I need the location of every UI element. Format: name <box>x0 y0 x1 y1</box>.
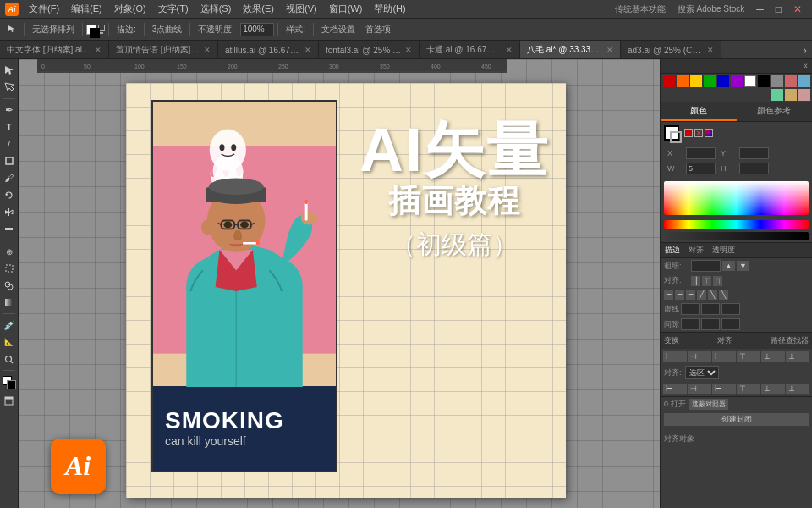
tab-0[interactable]: 中文字体 [归纳案].ai @ 50%... ✕ <box>0 41 109 58</box>
dash-input2[interactable] <box>701 303 720 315</box>
color-swatch-green[interactable] <box>704 75 716 87</box>
dist-right[interactable]: ⊢ <box>712 384 736 394</box>
tool-type[interactable]: T <box>2 119 17 135</box>
tool-paintbrush[interactable]: 🖌 <box>2 170 17 185</box>
cap-square[interactable]: ━ <box>686 290 695 300</box>
tool-rect[interactable] <box>2 153 17 168</box>
tab-6[interactable]: ad3.ai @ 25% (CMYK/GPU... ✕ <box>621 41 721 58</box>
tab-color[interactable]: 颜色 <box>661 102 737 121</box>
color-swatch-lightblue[interactable] <box>798 75 810 87</box>
color-swatch-rose[interactable] <box>798 89 810 101</box>
opacity-input[interactable] <box>240 23 274 36</box>
tab-close-4[interactable]: ✕ <box>506 46 513 54</box>
dist-v-center[interactable]: ⊥ <box>761 384 785 394</box>
fill-color-box[interactable] <box>664 125 679 141</box>
close-btn[interactable]: ✕ <box>788 3 807 15</box>
w-input[interactable] <box>686 163 716 174</box>
tab-scroll-right[interactable]: › <box>798 41 812 58</box>
tool-pen[interactable]: ✒ <box>2 102 17 118</box>
tool-warp[interactable]: ⊕ <box>2 244 17 259</box>
align-outside-btn[interactable]: ⌷ <box>713 276 722 286</box>
tool-width[interactable] <box>2 221 17 236</box>
cap-butt[interactable]: ━ <box>664 290 673 300</box>
color-swatch-white[interactable] <box>744 75 756 87</box>
tab-5[interactable]: 八毛.ai* @ 33.33% (RGB/GPU... ✕ <box>520 41 621 58</box>
stroke-weight-input[interactable] <box>691 260 721 272</box>
stroke-up-btn[interactable]: ▲ <box>722 261 735 271</box>
color-swatch-orange[interactable] <box>677 75 689 87</box>
color-hue-bar[interactable] <box>664 220 809 229</box>
search-stock[interactable]: 搜索 Adobe Stock <box>672 3 749 15</box>
join-bevel[interactable]: ╲ <box>719 290 728 300</box>
tab-close-1[interactable]: ✕ <box>204 46 211 54</box>
tool-eyedropper[interactable]: 💉 <box>2 318 17 333</box>
tab-close-6[interactable]: ✕ <box>707 46 714 54</box>
color-opt-none[interactable]: ✕ <box>694 129 703 137</box>
color-swatch-gray[interactable] <box>771 75 783 87</box>
tab-2[interactable]: atillus.ai @ 16.67% (RGB/G... ✕ <box>218 41 319 58</box>
tool-line[interactable]: / <box>2 136 17 152</box>
menu-text[interactable]: 文字(T) <box>153 3 194 15</box>
color-opt-grad[interactable] <box>705 129 713 137</box>
x-input[interactable] <box>686 147 716 159</box>
menu-object[interactable]: 对象(O) <box>109 3 151 15</box>
panel-collapse[interactable]: « <box>800 61 810 71</box>
cap-round[interactable]: ━ <box>675 290 684 300</box>
dash-input1[interactable] <box>681 303 700 315</box>
create-closed-btn[interactable]: 创建封闭 <box>664 413 809 426</box>
color-swatch-purple[interactable] <box>731 75 743 87</box>
dist-bottom[interactable]: ⊥ <box>786 384 809 394</box>
menu-file[interactable]: 文件(F) <box>24 3 64 15</box>
tab-3[interactable]: fontal3.ai @ 25% (CMYK/GP... ✕ <box>319 41 420 58</box>
tool-select[interactable] <box>2 63 17 78</box>
align-bottom[interactable]: ⊥ <box>786 351 809 362</box>
tab-transform[interactable]: 变换 <box>664 335 679 346</box>
maximize-btn[interactable]: □ <box>771 3 787 15</box>
color-swatch-red[interactable] <box>663 75 675 87</box>
doc-settings[interactable]: 文档设置 <box>317 22 359 37</box>
tool-change-screenmode[interactable] <box>2 393 17 408</box>
ai-big-logo-button[interactable]: Ai <box>51 439 106 494</box>
tool-shapebuild[interactable] <box>2 278 17 293</box>
menu-effect[interactable]: 效果(E) <box>238 3 279 15</box>
tab-align[interactable]: 对齐 <box>717 335 732 346</box>
tab-pathfinder[interactable]: 路径查找器 <box>771 335 809 346</box>
align-center-btn[interactable]: ⎥ <box>691 276 700 286</box>
align-v-center[interactable]: ⊥ <box>761 351 785 362</box>
tool-gradient[interactable] <box>2 295 17 310</box>
dist-top[interactable]: ⊤ <box>737 384 760 394</box>
tab-align[interactable]: 对齐 <box>684 243 708 257</box>
align-h-center[interactable]: ⊣ <box>688 351 711 362</box>
menu-select[interactable]: 选择(S) <box>195 3 237 15</box>
gap-input1[interactable] <box>681 318 700 330</box>
tab-stroke[interactable]: 描边 <box>661 243 684 257</box>
tool-zoom[interactable] <box>2 351 17 367</box>
tab-close-0[interactable]: ✕ <box>95 46 102 54</box>
color-spectrum[interactable] <box>664 181 809 215</box>
menu-help[interactable]: 帮助(H) <box>369 3 410 15</box>
join-miter[interactable]: ╱ <box>697 290 706 300</box>
menu-window[interactable]: 窗口(W) <box>324 3 368 15</box>
y-input[interactable] <box>739 147 769 159</box>
tab-color-ref[interactable]: 颜色参考 <box>737 102 813 121</box>
dist-h-center[interactable]: ⊣ <box>688 384 711 394</box>
preferences[interactable]: 首选项 <box>361 22 395 37</box>
align-left[interactable]: ⊢ <box>663 351 687 362</box>
join-round[interactable]: ╲ <box>708 290 717 300</box>
tab-close-5[interactable]: ✕ <box>606 46 613 54</box>
dash-input3[interactable] <box>721 303 740 315</box>
tool-mirror[interactable] <box>2 204 17 219</box>
gap-input3[interactable] <box>721 318 740 330</box>
align-right[interactable]: ⊢ <box>712 351 736 362</box>
h-input[interactable] <box>739 163 769 174</box>
gap-input2[interactable] <box>701 318 720 330</box>
color-swatch-black[interactable] <box>758 75 770 87</box>
color-opt-1[interactable] <box>684 129 693 137</box>
align-inside-btn[interactable]: ⌶ <box>702 276 711 286</box>
tab-1[interactable]: 置顶情告语 [归纳案].ai @ 16... ✕ <box>109 41 218 58</box>
dist-left[interactable]: ⊢ <box>663 384 687 394</box>
color-swatch-mint[interactable] <box>771 89 783 101</box>
tool-direct-select[interactable] <box>2 80 17 95</box>
tab-close-2[interactable]: ✕ <box>304 46 311 54</box>
menu-view[interactable]: 视图(V) <box>281 3 322 15</box>
